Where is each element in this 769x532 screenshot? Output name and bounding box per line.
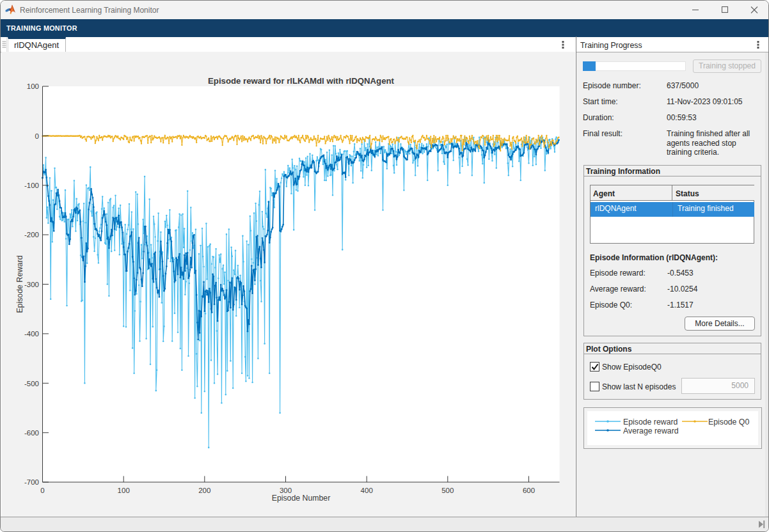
svg-text:Episode reward for rlLKAMdl wi: Episode reward for rlLKAMdl with rlDQNAg… [208,76,394,86]
svg-text:Episode Reward: Episode Reward [15,255,24,313]
svg-text:200: 200 [198,487,210,494]
svg-text:500: 500 [441,487,454,494]
svg-text:-100: -100 [24,182,39,189]
svg-text:0: 0 [35,132,39,140]
svg-text:0: 0 [40,487,44,494]
svg-text:Episode Number: Episode Number [272,494,331,503]
svg-text:-300: -300 [24,281,39,288]
svg-text:-200: -200 [24,231,39,239]
svg-text:-500: -500 [24,380,39,387]
svg-text:100: 100 [118,487,130,494]
svg-text:-700: -700 [24,478,39,486]
svg-text:-600: -600 [24,429,39,437]
svg-text:-400: -400 [24,330,39,338]
svg-text:600: 600 [523,487,535,494]
svg-text:400: 400 [361,487,373,494]
svg-text:100: 100 [27,82,39,90]
